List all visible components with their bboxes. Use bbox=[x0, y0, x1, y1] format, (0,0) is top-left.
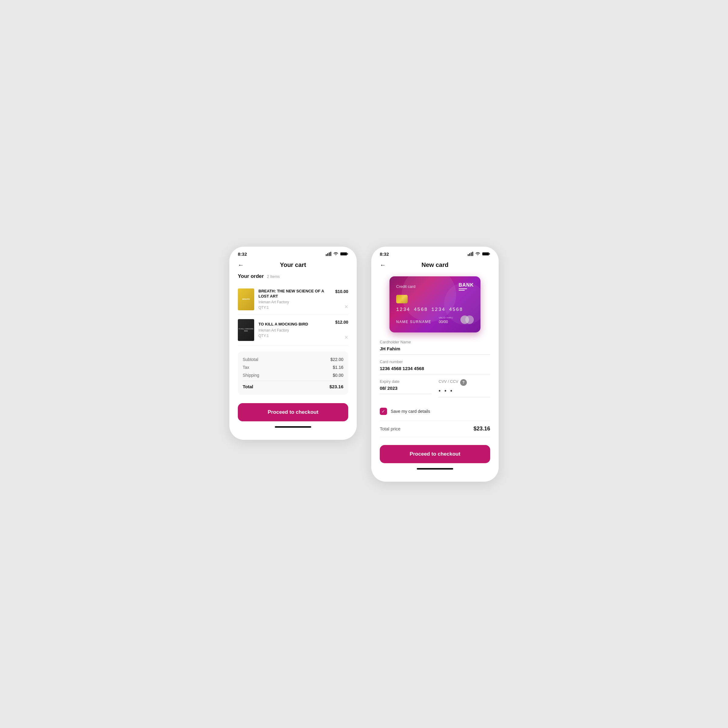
expiry-value[interactable]: 08/ 2023 bbox=[380, 385, 431, 394]
save-card-label: Save my card details bbox=[391, 409, 430, 414]
item-shop-1: Inkman Art Factory bbox=[258, 300, 331, 304]
svg-rect-7 bbox=[469, 253, 470, 256]
item-price-2: $12.00 bbox=[335, 320, 348, 324]
card-logo-circle1 bbox=[460, 315, 469, 324]
wifi-icon bbox=[333, 252, 338, 256]
cvv-help-icon[interactable]: ? bbox=[460, 379, 467, 386]
svg-rect-1 bbox=[327, 253, 328, 256]
item-details-1: BREATH: THE NEW SCIENCE OF A LOST ART In… bbox=[258, 289, 331, 310]
checkbox-check-icon: ✓ bbox=[382, 409, 385, 414]
card-expiry-section: VALID THRU 00/00 bbox=[439, 317, 453, 324]
cart-screen: 8:32 ← bbox=[229, 246, 357, 440]
card-top-row: Credit card BANK bbox=[396, 282, 474, 291]
item-name-1: BREATH: THE NEW SCIENCE OF A LOST ART bbox=[258, 289, 331, 299]
expiry-field: Expiry date 08/ 2023 bbox=[380, 379, 431, 402]
shipping-label: Shipping bbox=[243, 373, 259, 378]
tax-value: $1.16 bbox=[333, 365, 343, 370]
order-title: Your order bbox=[238, 273, 264, 279]
card-expiry-label: VALID THRU bbox=[439, 317, 453, 319]
card-number-value[interactable]: 1236 4568 1234 4568 bbox=[380, 366, 490, 374]
save-card-checkbox[interactable]: ✓ bbox=[380, 408, 387, 415]
page-title-2: New card bbox=[422, 262, 449, 268]
total-label: Total bbox=[243, 384, 253, 389]
cardholder-name-label: Cardholder Name bbox=[380, 340, 490, 344]
subtotal-label: Subtotal bbox=[243, 357, 258, 362]
subtotal-value: $22.00 bbox=[330, 357, 343, 362]
total-row: Total $23.16 bbox=[243, 384, 343, 389]
status-time-2: 8:32 bbox=[380, 251, 389, 257]
card-bank-name: BANK bbox=[459, 282, 474, 288]
card-bank-section: BANK bbox=[459, 282, 474, 291]
expiry-cvv-row: Expiry date 08/ 2023 CVV / CCV ? • • • bbox=[380, 379, 490, 402]
book-cover-breath: BREATH bbox=[238, 289, 254, 310]
back-button[interactable]: ← bbox=[238, 262, 244, 268]
cart-item-2: TO KILL A MOCKING BIRD TO KILL A MOCKING… bbox=[238, 315, 348, 346]
item-qty-2: QTY:1 bbox=[258, 334, 331, 338]
cardholder-name-value[interactable]: JH Fahim bbox=[380, 346, 490, 355]
nav-bar: ← Your cart bbox=[229, 259, 357, 273]
tax-row: Tax $1.16 bbox=[243, 365, 343, 370]
card-number-field: Card number 1236 4568 1234 4568 bbox=[380, 359, 490, 374]
shipping-row: Shipping $0.00 bbox=[243, 373, 343, 378]
svg-rect-6 bbox=[468, 254, 469, 256]
battery-icon-2 bbox=[482, 252, 490, 256]
page-title: Your cart bbox=[280, 262, 306, 268]
order-summary: Subtotal $22.00 Tax $1.16 Shipping $0.00… bbox=[238, 352, 348, 395]
book-cover-text-breath: BREATH bbox=[242, 298, 251, 301]
book-cover-text-mockingbird: TO KILL A MOCKING BIRD bbox=[238, 327, 254, 332]
total-price-row: Total price $23.16 bbox=[380, 421, 490, 437]
card-label: Credit card bbox=[396, 284, 416, 289]
total-price-label: Total price bbox=[380, 426, 401, 431]
nav-bar-2: ← New card bbox=[371, 259, 499, 273]
bank-line-2 bbox=[459, 290, 465, 291]
new-card-screen: 8:32 ← bbox=[371, 246, 499, 482]
back-button-2[interactable]: ← bbox=[380, 262, 386, 268]
wifi-icon-2 bbox=[475, 252, 480, 256]
expiry-label: Expiry date bbox=[380, 379, 431, 384]
item-details-2: TO KILL A MOCKING BIRD Inkman Art Factor… bbox=[258, 322, 331, 338]
signal-icon bbox=[326, 252, 331, 256]
svg-rect-2 bbox=[329, 252, 330, 256]
card-bank-lines bbox=[459, 289, 474, 291]
card-logo bbox=[460, 315, 474, 324]
svg-rect-0 bbox=[326, 254, 327, 256]
card-expiry-value: 00/00 bbox=[439, 320, 453, 324]
card-bottom-row: NAME SURNAME VALID THRU 00/00 bbox=[396, 315, 474, 324]
home-indicator bbox=[275, 426, 311, 428]
cvv-label: CVV / CCV bbox=[439, 379, 458, 384]
cvv-dots[interactable]: • • • bbox=[439, 388, 453, 394]
cvv-value: • • • bbox=[439, 388, 490, 398]
cardholder-name-field: Cardholder Name JH Fahim bbox=[380, 340, 490, 355]
cvv-label-row: CVV / CCV ? bbox=[439, 379, 490, 386]
bank-line-1 bbox=[459, 289, 467, 289]
shipping-value: $0.00 bbox=[333, 373, 343, 378]
item-qty-1: QTY:1 bbox=[258, 306, 331, 310]
tax-label: Tax bbox=[243, 365, 249, 370]
svg-rect-4 bbox=[340, 252, 347, 255]
item-shop-2: Inkman Art Factory bbox=[258, 328, 331, 332]
save-card-row[interactable]: ✓ Save my card details bbox=[380, 408, 490, 415]
svg-rect-5 bbox=[347, 253, 348, 255]
credit-card-visual: Credit card BANK 1234 4568 1234 4568 N bbox=[390, 276, 480, 332]
card-number-label: Card number bbox=[380, 359, 490, 364]
card-number-visual: 1234 4568 1234 4568 bbox=[396, 307, 474, 312]
status-bar-2: 8:32 bbox=[371, 246, 499, 259]
item-price-1: $10.00 bbox=[335, 289, 348, 294]
home-indicator-2 bbox=[417, 468, 453, 470]
svg-rect-10 bbox=[482, 252, 489, 255]
cart-item-1: BREATH BREATH: THE NEW SCIENCE OF A LOST… bbox=[238, 284, 348, 315]
svg-rect-8 bbox=[471, 252, 472, 256]
order-item-count: 2 Items bbox=[267, 274, 280, 279]
subtotal-row: Subtotal $22.00 bbox=[243, 357, 343, 362]
total-price-value: $23.16 bbox=[474, 425, 490, 432]
remove-item-1-button[interactable]: ✕ bbox=[344, 304, 348, 310]
remove-item-2-button[interactable]: ✕ bbox=[344, 335, 348, 340]
status-icons-2 bbox=[468, 252, 490, 256]
signal-icon-2 bbox=[468, 252, 473, 256]
new-card-checkout-button[interactable]: Proceed to checkout bbox=[380, 445, 490, 463]
cvv-field: CVV / CCV ? • • • bbox=[439, 379, 490, 402]
proceed-to-checkout-button[interactable]: Proceed to checkout bbox=[238, 403, 348, 421]
status-icons bbox=[326, 252, 348, 256]
card-logo-circle2 bbox=[465, 315, 474, 324]
svg-rect-9 bbox=[472, 252, 473, 256]
